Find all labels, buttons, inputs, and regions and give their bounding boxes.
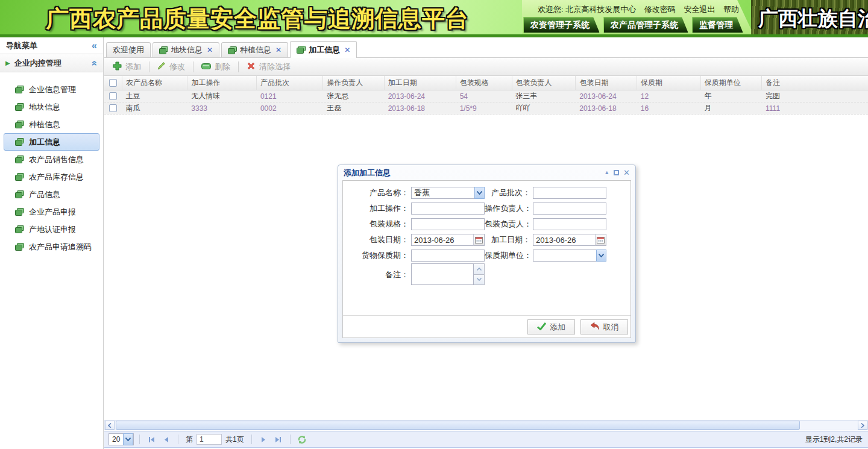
change-password-link[interactable]: 修改密码: [644, 5, 676, 14]
cell-pack-date: 2013-06-24: [576, 92, 637, 101]
batch-input[interactable]: [533, 187, 606, 199]
record-count-status: 显示1到2,共2记录: [805, 435, 864, 445]
scroll-right-arrow-icon[interactable]: [858, 421, 867, 430]
sidebar-item-origin-certification[interactable]: 产地认证申报: [4, 221, 99, 238]
remark-textarea[interactable]: [411, 263, 474, 285]
close-tab-icon[interactable]: ✕: [275, 46, 281, 54]
nav-button-supervision[interactable]: 监督管理: [692, 17, 743, 33]
page-number-input[interactable]: [197, 434, 222, 445]
triangle-right-icon: ▶: [5, 60, 10, 66]
tab-planting-info[interactable]: 种植信息 ✕: [221, 42, 288, 57]
delete-button[interactable]: 删除: [195, 61, 236, 72]
folder-icon: [15, 121, 24, 128]
tab-welcome[interactable]: 欢迎使用: [106, 42, 151, 57]
sidebar-item-label: 企业信息管理: [29, 84, 76, 95]
batch-label: 产品批次：: [485, 187, 533, 198]
sidebar-item-plot-info[interactable]: 地块信息: [4, 98, 99, 116]
process-date-input[interactable]: [533, 234, 595, 246]
pack-spec-input[interactable]: [411, 218, 485, 230]
table-row[interactable]: 南瓜 3333 0002 王磊 2013-06-18 1/5*9 吖吖 2013…: [104, 102, 868, 115]
sidebar-item-enterprise-info[interactable]: 企业信息管理: [4, 81, 99, 98]
close-tab-icon[interactable]: ✕: [207, 46, 213, 54]
collapse-section-icon[interactable]: «: [90, 60, 100, 66]
column-header[interactable]: 包装规格: [456, 76, 512, 90]
calendar-icon[interactable]: [595, 234, 606, 246]
spin-down-icon[interactable]: [474, 275, 485, 286]
cell-batch: 0121: [257, 92, 323, 101]
operation-input[interactable]: [411, 203, 485, 215]
sidebar-item-sales-info[interactable]: 农产品销售信息: [4, 151, 99, 168]
close-tab-icon[interactable]: ✕: [344, 46, 350, 54]
shelf-unit-value[interactable]: [533, 250, 596, 262]
dialog-add-button[interactable]: 添加: [527, 319, 575, 334]
sidebar-item-processing-info[interactable]: 加工信息: [4, 133, 99, 151]
column-header[interactable]: 农产品名称: [122, 76, 188, 90]
header-checkbox-cell: [104, 76, 122, 90]
column-header[interactable]: 产品批次: [257, 76, 323, 90]
chevron-down-icon[interactable]: [123, 433, 133, 445]
column-header[interactable]: 备注: [762, 76, 868, 90]
dialog-cancel-button[interactable]: 取消: [580, 319, 628, 334]
sidebar-item-product-info[interactable]: 产品信息: [4, 186, 99, 203]
process-date-field: [533, 234, 606, 246]
product-name-value[interactable]: [411, 187, 474, 199]
select-all-checkbox[interactable]: [109, 79, 117, 87]
row-checkbox-cell: [104, 92, 122, 100]
column-header[interactable]: 加工操作: [187, 76, 257, 90]
first-page-icon[interactable]: [145, 433, 158, 445]
help-link[interactable]: 帮助: [723, 5, 739, 14]
wheat-photo-strip: 广西壮族自治区: [751, 0, 868, 34]
horizontal-scrollbar[interactable]: [104, 420, 868, 430]
operator-input[interactable]: [533, 203, 606, 215]
row-checkbox[interactable]: [109, 92, 117, 100]
column-header[interactable]: 操作负责人: [323, 76, 385, 90]
page-size-select[interactable]: 20: [108, 433, 134, 445]
edit-button[interactable]: 修改: [151, 61, 191, 72]
pack-date-input[interactable]: [411, 234, 473, 246]
column-header[interactable]: 保质期单位: [701, 76, 763, 90]
product-name-select[interactable]: [411, 187, 485, 199]
last-page-icon[interactable]: [272, 433, 285, 445]
chevron-down-icon[interactable]: [596, 250, 606, 262]
sidebar-section-internal-control[interactable]: ▶ 企业内控管理 «: [0, 54, 103, 72]
logout-link[interactable]: 安全退出: [684, 5, 715, 14]
pack-date-label: 包装日期：: [343, 234, 411, 245]
calendar-icon[interactable]: [473, 234, 485, 246]
nav-button-agri-products[interactable]: 农产品管理子系统: [603, 17, 688, 33]
nav-button-agri-materials[interactable]: 农资管理子系统: [523, 17, 600, 33]
page-prefix: 第: [186, 435, 193, 445]
row-checkbox[interactable]: [109, 104, 117, 112]
collapse-dialog-icon[interactable]: ▲: [604, 170, 609, 175]
table-row[interactable]: 土豆 无人情味 0121 张无忌 2013-06-24 54 张三丰 2013-…: [104, 90, 868, 102]
prev-page-icon[interactable]: [160, 433, 172, 445]
sidebar-item-planting-info[interactable]: 种植信息: [4, 116, 99, 133]
shelf-life-input[interactable]: [411, 250, 485, 262]
scroll-left-arrow-icon[interactable]: [105, 421, 115, 430]
sidebar-item-enterprise-product-report[interactable]: 企业产品申报: [4, 203, 99, 221]
maximize-dialog-icon[interactable]: [614, 170, 619, 175]
cell-product-name: 南瓜: [122, 103, 188, 113]
column-header[interactable]: 保质期: [637, 76, 701, 90]
sidebar-item-label: 加工信息: [29, 137, 60, 148]
column-header[interactable]: 包装负责人: [512, 76, 576, 90]
clear-selection-button[interactable]: 清除选择: [241, 61, 297, 72]
shelf-unit-select[interactable]: [533, 250, 606, 262]
spin-up-icon[interactable]: [474, 263, 485, 275]
add-button[interactable]: 添加: [107, 61, 147, 72]
chevron-down-icon[interactable]: [474, 187, 485, 199]
dialog-titlebar[interactable]: 添加加工信息 ▲ ✕: [338, 165, 635, 180]
scrollbar-thumb[interactable]: [116, 421, 800, 430]
close-dialog-icon[interactable]: ✕: [623, 169, 630, 177]
tab-processing-info[interactable]: 加工信息 ✕: [290, 41, 357, 58]
sidebar-item-trace-code-request[interactable]: 农产品申请追溯码: [4, 238, 99, 256]
sidebar: 导航菜单 « ▶ 企业内控管理 « 企业信息管理 地块信息 种植信息 加工信息 …: [0, 37, 104, 449]
column-header[interactable]: 包装日期: [576, 76, 637, 90]
column-header[interactable]: 加工日期: [385, 76, 456, 90]
tab-plot-info[interactable]: 地块信息 ✕: [153, 42, 219, 57]
packer-input[interactable]: [533, 218, 606, 230]
next-page-icon[interactable]: [257, 433, 270, 445]
refresh-icon[interactable]: [296, 433, 309, 445]
sidebar-item-stock-info[interactable]: 农产品库存信息: [4, 168, 99, 186]
region-label: 广西壮族自治区: [758, 5, 868, 33]
collapse-sidebar-icon[interactable]: «: [92, 41, 97, 51]
